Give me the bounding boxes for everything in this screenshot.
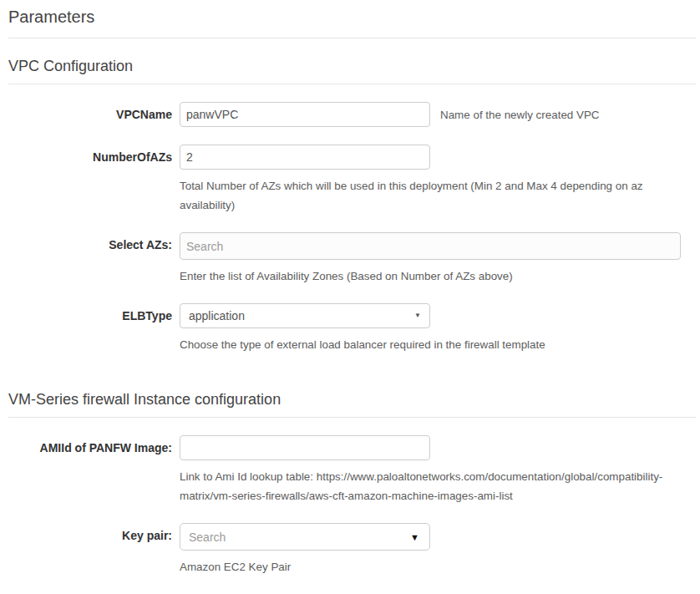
field-row-vpcname: VPCNameName of the newly created VPC <box>8 102 696 127</box>
select-azs-help-text: Enter the list of Availability Zones (Ba… <box>180 267 681 286</box>
chevron-down-icon: ▼ <box>410 532 419 541</box>
elbtype-help-text: Choose the type of external load balance… <box>180 335 545 354</box>
amiid-of-panfw-image-help-text: Link to Ami Id lookup table: https://www… <box>180 467 696 505</box>
key-pair-label: Key pair: <box>8 523 172 543</box>
numberofazs-label: NumberOfAZs <box>8 145 172 165</box>
select-azs-control: Enter the list of Availability Zones (Ba… <box>180 232 681 286</box>
key-pair-select[interactable]: Search▼ <box>180 523 430 551</box>
numberofazs-input[interactable] <box>180 145 430 170</box>
vpcname-control: Name of the newly created VPC <box>180 102 600 127</box>
amiid-of-panfw-image-label: AMIId of PANFW Image: <box>8 435 172 455</box>
vm-series-rows: AMIId of PANFW Image:Link to Ami Id look… <box>8 418 696 594</box>
elbtype-selected-value: application <box>189 309 245 322</box>
vpc-configuration-rows: VPCNameName of the newly created VPCNumb… <box>8 84 696 354</box>
numberofazs-help-text: Total Number of AZs which will be used i… <box>180 176 696 215</box>
section-title-vpc-configuration: VPC Configuration <box>8 38 696 84</box>
field-row-elbtype: ELBTypeapplication▼Choose the type of ex… <box>8 303 696 354</box>
field-row-select-azs: Select AZs:Enter the list of Availabilit… <box>8 232 696 286</box>
select-azs-label: Select AZs: <box>8 232 172 252</box>
key-pair-selected-value: Search <box>189 531 226 544</box>
chevron-down-icon: ▼ <box>414 312 421 319</box>
key-pair-control: Search▼Amazon EC2 Key Pair <box>180 523 430 576</box>
page-title: Parameters <box>8 0 696 38</box>
amiid-of-panfw-image-control: Link to Ami Id lookup table: https://www… <box>180 435 696 505</box>
elbtype-select[interactable]: application▼ <box>180 303 430 328</box>
section-title-vm-series-firewall-instance-configuration: VM-Series firewall Instance configuratio… <box>8 372 696 418</box>
key-pair-help-text: Amazon EC2 Key Pair <box>180 557 430 576</box>
vpcname-label: VPCName <box>8 102 172 122</box>
vpcname-input[interactable] <box>180 102 430 127</box>
numberofazs-control: Total Number of AZs which will be used i… <box>180 145 696 215</box>
amiid-of-panfw-image-input[interactable] <box>180 435 430 460</box>
elbtype-label: ELBType <box>8 303 172 323</box>
field-row-amiid-of-panfw-image: AMIId of PANFW Image:Link to Ami Id look… <box>8 435 696 505</box>
vpcname-help-text: Name of the newly created VPC <box>440 102 600 121</box>
select-azs-input[interactable] <box>180 232 681 260</box>
parameters-page: Parameters VPC Configuration VPCNameName… <box>0 0 700 594</box>
field-row-numberofazs: NumberOfAZsTotal Number of AZs which wil… <box>8 145 696 215</box>
field-row-key-pair: Key pair:Search▼Amazon EC2 Key Pair <box>8 523 696 576</box>
elbtype-control: application▼Choose the type of external … <box>180 303 545 354</box>
